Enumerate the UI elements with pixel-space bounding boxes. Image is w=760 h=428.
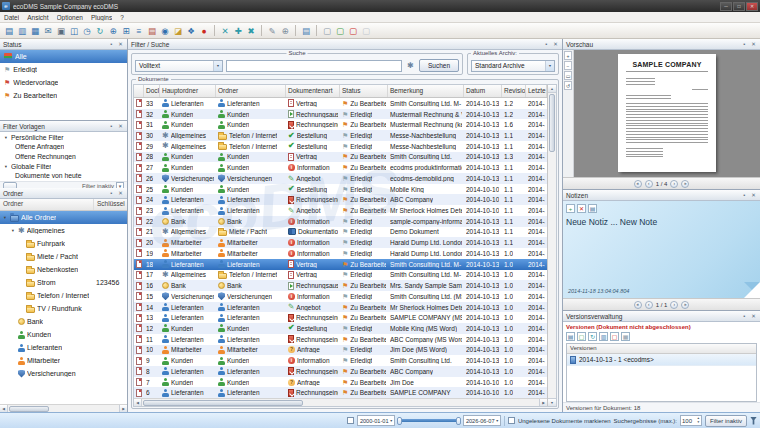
version-export-icon[interactable]: ▦ xyxy=(621,332,630,341)
column-header[interactable]: Letzte Änderung xyxy=(526,85,547,97)
doc-history-icon[interactable]: ▢ xyxy=(360,25,372,37)
folder-tree-item[interactable]: Versicherungen xyxy=(0,367,127,380)
table-row[interactable]: 8LieferantenLieferantenRechnungseingang⚑… xyxy=(134,366,547,377)
table-row[interactable]: 16BankBankRechnungsausgang⚑Zu Bearbeiten… xyxy=(134,280,547,291)
menu-item[interactable]: Datei xyxy=(0,12,23,22)
close-icon[interactable]: ✕ xyxy=(117,190,124,197)
table-row[interactable]: 6LieferantenLieferantenRechnungseingang⚑… xyxy=(134,387,547,398)
left-arrow-icon[interactable]: ◀ xyxy=(134,399,142,406)
table-row[interactable]: 9KundenKundeniInformation⚑ErledigtSmith … xyxy=(134,355,547,366)
table-row[interactable]: 21✱AllgemeinesMiete / PachtDokumentation… xyxy=(134,227,547,238)
last-page-button[interactable]: » xyxy=(681,301,689,309)
table-row[interactable]: 26VersicherungenVersicherungen✎Angebot⚑E… xyxy=(134,173,547,184)
table-row[interactable]: 29✱AllgemeinesTelefon / Internet✔Bestell… xyxy=(134,141,547,152)
print-icon[interactable]: ▣ xyxy=(55,25,67,37)
folder-tree-item[interactable]: Nebenkosten xyxy=(0,263,127,276)
menu-item[interactable]: Plugins xyxy=(87,12,116,22)
scroll-thumb[interactable] xyxy=(549,94,555,152)
table-row[interactable]: 13LieferantenLieferantenRechnungseingang… xyxy=(134,312,547,323)
folder-tree-item[interactable]: Mitarbeiter xyxy=(0,354,127,367)
table-vscrollbar[interactable]: ▲ ▼ xyxy=(547,85,556,406)
table-row[interactable]: 22BankBankiInformation⚑Erledigtsample-co… xyxy=(134,216,547,227)
version-copy-icon[interactable]: ▥ xyxy=(599,332,608,341)
table-row[interactable]: 11LieferantenLieferantenRechnungseingang… xyxy=(134,334,547,345)
doc-add-icon[interactable]: ▢ xyxy=(334,25,346,37)
close-icon[interactable]: ✕ xyxy=(117,123,124,130)
close-icon[interactable]: ✕ xyxy=(750,192,757,199)
note-print-icon[interactable]: ▤ xyxy=(588,204,597,213)
table-row[interactable]: 7KundenKunden?Anfrage⚑Zu BearbeitenJim D… xyxy=(134,377,547,388)
search-settings-icon[interactable]: ✱ xyxy=(405,60,416,71)
column-header[interactable]: Datum xyxy=(464,85,502,97)
timeline-checkbox[interactable] xyxy=(347,417,354,424)
filter-template-item[interactable]: Dokumente von heute xyxy=(0,171,127,181)
status-item[interactable]: Alle xyxy=(0,50,127,63)
filter-state-button[interactable]: Filter inaktiv xyxy=(705,415,747,427)
folder-up-icon[interactable]: ◪ xyxy=(172,25,184,37)
zoom-in-icon[interactable]: + xyxy=(564,51,572,60)
search-remove-icon[interactable]: ✖ xyxy=(245,25,257,37)
folder-tree-item[interactable]: Kunden xyxy=(0,328,127,341)
classify-icon[interactable]: ≡ xyxy=(133,25,145,37)
table-row[interactable]: 25KundenKunden✔Bestellung⚑ErledigtMobile… xyxy=(134,184,547,195)
filter-template-item[interactable]: Offene Anfragen xyxy=(0,142,127,152)
next-page-button[interactable]: › xyxy=(670,301,678,309)
column-header[interactable]: Dokumentenart xyxy=(286,85,340,97)
search-mode-select[interactable]: Volltext ▼ xyxy=(135,60,223,72)
expander-open-icon[interactable]: ▾ xyxy=(3,164,9,169)
note-icon[interactable]: ▤ xyxy=(300,25,312,37)
scan-icon[interactable]: ◫ xyxy=(68,25,80,37)
table-row[interactable]: 20MitarbeiterMitarbeiteriInformation⚑Erl… xyxy=(134,237,547,248)
note-add-icon[interactable]: + xyxy=(566,204,575,213)
table-hscrollbar[interactable]: ◀ ▶ xyxy=(134,398,547,406)
pin-icon[interactable]: ▪ xyxy=(741,313,748,320)
column-header[interactable]: Status xyxy=(340,85,388,97)
pin-icon[interactable]: ▪ xyxy=(108,41,115,48)
version-restore-icon[interactable]: ↻ xyxy=(588,332,597,341)
results-spinner[interactable]: 100 ▲▼ xyxy=(680,415,702,426)
left-arrow-icon[interactable]: ◀ xyxy=(0,405,8,412)
table-row[interactable]: 10MitarbeiterMitarbeiter?Anfrage⚑Erledig… xyxy=(134,345,547,356)
column-header[interactable]: Ordner xyxy=(216,85,286,97)
down-arrow-icon[interactable]: ▼ xyxy=(548,398,556,406)
slider-handle-left[interactable] xyxy=(397,417,402,425)
date-from-select[interactable]: 2000-01-01 ▼ xyxy=(357,415,395,426)
folder-tree-item[interactable]: Fuhrpark xyxy=(0,237,127,250)
column-header[interactable]: Hauptordner xyxy=(160,85,216,97)
pin-icon[interactable]: ▪ xyxy=(741,192,748,199)
folder-tree-item[interactable]: TV / Rundfunk xyxy=(0,302,127,315)
note-delete-icon[interactable]: ✕ xyxy=(577,204,586,213)
rotate-icon[interactable]: ↺ xyxy=(564,81,572,90)
menu-item[interactable]: ? xyxy=(116,12,128,22)
filter-group[interactable]: ▾Globale Filter xyxy=(0,161,127,171)
folders-hscrollbar[interactable]: ◀ ▶ xyxy=(0,404,127,412)
edit-icon[interactable]: ✎ xyxy=(266,25,278,37)
export-icon[interactable]: ▦ xyxy=(29,25,41,37)
status-item[interactable]: ⚑Zu Bearbeiten xyxy=(0,89,127,102)
version-add-icon[interactable]: ▢ xyxy=(577,332,586,341)
pin-icon[interactable]: ▪ xyxy=(108,123,115,130)
zoom-out-icon[interactable]: − xyxy=(564,61,572,70)
search-clear-icon[interactable]: ✕ xyxy=(219,25,231,37)
right-arrow-icon[interactable]: ▶ xyxy=(119,405,127,412)
prev-page-button[interactable]: ‹ xyxy=(645,180,653,188)
column-schluessel[interactable]: Schlüssel xyxy=(93,199,127,210)
table-row[interactable]: 18LieferantenLieferantenVertrag⚑Zu Bearb… xyxy=(134,259,547,270)
table-row[interactable]: 23LieferantenLieferanten✎Angebot⚑Zu Bear… xyxy=(134,205,547,216)
versions-icon[interactable]: ▥ xyxy=(16,25,28,37)
table-row[interactable]: 12KundenKunden✔Bestellung⚑ErledigtMobile… xyxy=(134,323,547,334)
expander-open-icon[interactable]: ▾ xyxy=(3,135,9,140)
preview-canvas[interactable]: SAMPLE COMPANY xyxy=(574,50,760,177)
last-page-button[interactable]: » xyxy=(681,180,689,188)
funnel-icon[interactable] xyxy=(750,417,757,425)
expander-open-icon[interactable]: ▾ xyxy=(2,215,8,220)
doc-new-icon[interactable]: ▢ xyxy=(321,25,333,37)
pin-icon[interactable]: ▪ xyxy=(741,41,748,48)
first-page-button[interactable]: « xyxy=(634,301,642,309)
table-icon[interactable]: ⊞ xyxy=(120,25,132,37)
search-button[interactable]: Suchen xyxy=(419,59,459,72)
link-icon[interactable]: ⊕ xyxy=(107,25,119,37)
pin-icon[interactable]: ▪ xyxy=(543,41,550,48)
table-row[interactable]: 27KundenKundeniInformation⚑Zu Bearbeiten… xyxy=(134,162,547,173)
pin-icon[interactable]: ▪ xyxy=(108,190,115,197)
